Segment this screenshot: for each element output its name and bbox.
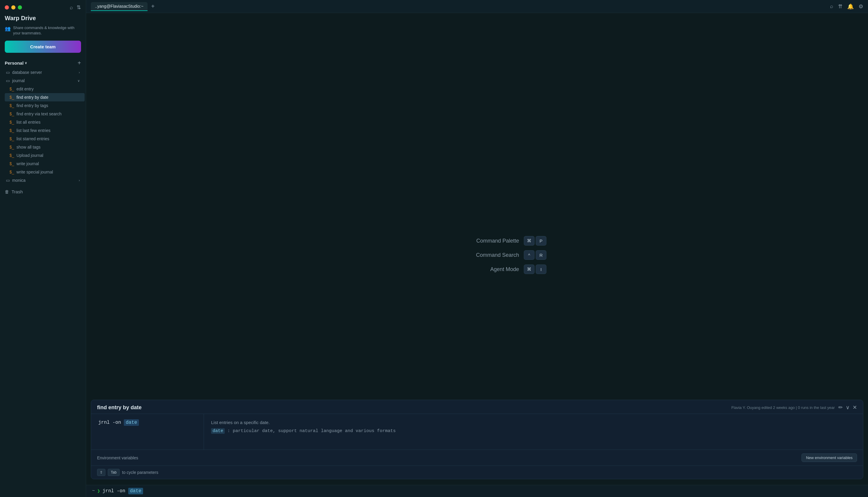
- personal-section-toggle[interactable]: Personal ∨: [5, 60, 27, 66]
- command-icon: $_: [10, 153, 14, 158]
- search-icon[interactable]: ⌕: [830, 3, 833, 10]
- warp-drive-subtitle: 👥 Share commands & knowledge with your t…: [0, 23, 86, 40]
- command-icon: $_: [10, 112, 14, 116]
- maximize-window-button[interactable]: [18, 5, 22, 10]
- sidebar-item-write-journal[interactable]: $_ write journal: [5, 159, 85, 168]
- personal-section-header: Personal ∨ +: [0, 58, 86, 68]
- command-detail: date : particular date, support natural …: [211, 428, 856, 434]
- sidebar-item-label: journal: [12, 78, 75, 83]
- new-environment-variables-button[interactable]: New environment variables: [801, 453, 857, 462]
- sidebar-item-label: Upload journal: [17, 153, 80, 158]
- main-area: ..yang@FlaviasacStudio:~ + ⌕ ⇈ 🔔 ⚙ Comma…: [86, 0, 868, 497]
- create-team-button[interactable]: Create team: [5, 41, 81, 53]
- sidebar-item-edit-entry[interactable]: $_ edit entry: [5, 85, 85, 93]
- sidebar-item-label: list starred entries: [17, 137, 80, 141]
- journal-children: $_ edit entry $_ find entry by date $_ f…: [3, 85, 86, 176]
- command-icon: $_: [10, 137, 14, 141]
- command-code-block: jrnl -on date: [91, 414, 204, 450]
- sidebar: ⌕ ⇅ Warp Drive 👥 Share commands & knowle…: [0, 0, 86, 497]
- sidebar-item-label: database server: [12, 70, 76, 75]
- close-panel-button[interactable]: ✕: [853, 404, 857, 411]
- command-flag: -on: [112, 420, 124, 425]
- hint-row-command-search: Command Search ^ R: [460, 250, 547, 260]
- command-panel: find entry by date Flavia Y. Ouyang edit…: [91, 400, 863, 479]
- command-base: jrnl: [98, 420, 112, 425]
- ctrl-key-badge: ^: [524, 250, 535, 260]
- users-icon: 👥: [5, 26, 11, 32]
- sidebar-item-label: monica: [12, 178, 76, 183]
- sidebar-action-icons: ⌕ ⇅: [70, 5, 81, 10]
- notification-icon[interactable]: 🔔: [847, 3, 854, 10]
- search-icon[interactable]: ⌕: [70, 5, 73, 10]
- command-search-keys: ^ R: [524, 250, 547, 260]
- sidebar-item-journal[interactable]: ▭ journal ∨: [1, 76, 85, 85]
- sidebar-item-list-last-few-entries[interactable]: $_ list last few entries: [5, 126, 85, 134]
- command-icon: $_: [10, 170, 14, 174]
- folder-icon: ▭: [6, 178, 10, 183]
- sort-icon[interactable]: ⇅: [77, 5, 81, 10]
- sidebar-item-label: find entry by tags: [17, 103, 80, 108]
- command-param: date: [124, 419, 139, 426]
- command-panel-header: find entry by date Flavia Y. Ouyang edit…: [91, 400, 863, 414]
- sidebar-item-database-server[interactable]: ▭ database server ›: [1, 68, 85, 76]
- tab-label: ..yang@FlaviasacStudio:~: [95, 4, 143, 9]
- chevron-down-icon: ∨: [78, 79, 80, 83]
- command-panel-body: jrnl -on date List entries on a specific…: [91, 414, 863, 450]
- folder-icon: ▭: [6, 78, 10, 83]
- command-panel-actions: ✏ ∨ ✕: [838, 404, 857, 411]
- sidebar-item-list-starred-entries[interactable]: $_ list starred entries: [5, 134, 85, 143]
- traffic-lights: [5, 5, 22, 10]
- command-panel-meta: Flavia Y. Ouyang edited 2 weeks ago | 0 …: [731, 404, 857, 411]
- tab-hint-text: to cycle parameters: [122, 470, 158, 475]
- prompt-command: jrnl -on date: [102, 488, 143, 494]
- sidebar-item-label: find entry via text search: [17, 112, 80, 116]
- top-bar-icons: ⌕ ⇈ 🔔 ⚙: [830, 3, 863, 10]
- command-icon: $_: [10, 145, 14, 150]
- trash-icon: 🗑: [5, 189, 9, 194]
- collapse-panel-button[interactable]: ∨: [846, 404, 850, 411]
- command-icon: $_: [10, 87, 14, 91]
- edit-command-button[interactable]: ✏: [838, 404, 843, 411]
- prompt-arrow: ❯: [97, 488, 100, 494]
- sidebar-item-find-entry-by-date[interactable]: $_ find entry by date: [5, 93, 85, 101]
- bookmark-icon[interactable]: ⇈: [838, 3, 842, 10]
- terminal-prompt-area: ~ ❯ jrnl -on date: [86, 485, 868, 497]
- shift-key-badge: ⇧: [97, 469, 106, 476]
- sidebar-titlebar: ⌕ ⇅: [0, 0, 86, 12]
- p-key-badge: P: [536, 236, 547, 245]
- sidebar-item-upload-journal[interactable]: $_ Upload journal: [5, 151, 85, 159]
- meta-key-badge: ⌘: [524, 236, 535, 245]
- active-tab[interactable]: ..yang@FlaviasacStudio:~: [91, 2, 148, 11]
- sidebar-item-show-all-tags[interactable]: $_ show all tags: [5, 143, 85, 151]
- add-personal-item-button[interactable]: +: [78, 60, 81, 66]
- chevron-right-icon: ›: [79, 71, 80, 74]
- sidebar-item-list-all-entries[interactable]: $_ list all entries: [5, 118, 85, 126]
- environment-variables-section: Environment variables New environment va…: [91, 450, 863, 466]
- terminal-area: Command Palette ⌘ P Command Search ^ R A…: [86, 13, 868, 497]
- r-key-badge: R: [536, 250, 547, 260]
- command-palette-keys: ⌘ P: [524, 236, 547, 245]
- agent-mode-keys: ⌘ I: [524, 265, 547, 274]
- top-bar: ..yang@FlaviasacStudio:~ + ⌕ ⇈ 🔔 ⚙: [86, 0, 868, 13]
- tab-key-badge: Tab: [108, 469, 120, 476]
- sidebar-item-find-entry-by-tags[interactable]: $_ find entry by tags: [5, 101, 85, 110]
- sidebar-item-find-entry-via-text-search[interactable]: $_ find entry via text search: [5, 110, 85, 118]
- env-label: Environment variables: [97, 455, 138, 460]
- command-palette-label: Command Palette: [460, 238, 519, 244]
- settings-icon[interactable]: ⚙: [858, 3, 863, 10]
- meta-key-badge-2: ⌘: [524, 265, 535, 274]
- sidebar-item-monica[interactable]: ▭ monica ›: [1, 176, 85, 184]
- warp-drive-title: Warp Drive: [0, 12, 86, 23]
- command-icon: $_: [10, 161, 14, 166]
- close-window-button[interactable]: [5, 5, 9, 10]
- command-desc-block: List entries on a specific date. date : …: [204, 414, 863, 450]
- command-description: List entries on a specific date.: [211, 420, 856, 425]
- tab-hint-section: ⇧ Tab to cycle parameters: [91, 466, 863, 479]
- chevron-right-icon: ›: [79, 179, 80, 182]
- minimize-window-button[interactable]: [11, 5, 15, 10]
- sidebar-item-write-special-journal[interactable]: $_ write special journal: [5, 168, 85, 176]
- command-icon: $_: [10, 120, 14, 125]
- sidebar-item-label: find entry by date: [17, 95, 80, 100]
- trash-item[interactable]: 🗑 Trash: [0, 187, 86, 197]
- add-tab-button[interactable]: +: [150, 2, 156, 11]
